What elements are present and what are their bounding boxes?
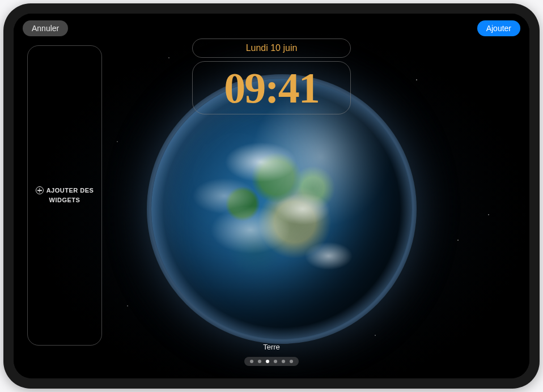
date-label: Lundi 10 juin (246, 43, 298, 53)
page-dot (258, 360, 261, 363)
page-indicator[interactable] (244, 357, 299, 366)
page-dot (274, 360, 277, 363)
page-dot (290, 360, 293, 363)
add-widgets-label-line2: WIDGETS (49, 197, 80, 204)
add-widgets-label-line1: AJOUTER DES (46, 187, 94, 194)
page-dot (282, 360, 285, 363)
plus-circle-icon (36, 186, 44, 194)
add-widgets-prompt: AJOUTER DES WIDGETS (36, 186, 94, 204)
side-widget-panel[interactable]: AJOUTER DES WIDGETS (27, 45, 102, 346)
page-dot-active (266, 360, 269, 363)
cancel-button[interactable]: Annuler (23, 20, 68, 36)
ipad-device-frame: Annuler Ajouter Lundi 10 juin 09:41 AJOU… (3, 3, 540, 389)
wallpaper-name-label: Terre (263, 343, 280, 351)
page-dot (250, 360, 253, 363)
add-button[interactable]: Ajouter (477, 20, 520, 36)
time-widget-slot[interactable]: 09:41 (192, 61, 351, 114)
lock-screen-editor: Annuler Ajouter Lundi 10 juin 09:41 AJOU… (14, 14, 529, 378)
time-label: 09:41 (224, 66, 319, 109)
date-widget-slot[interactable]: Lundi 10 juin (192, 39, 351, 58)
earth-globe-image (151, 79, 412, 339)
top-action-bar: Annuler Ajouter (14, 20, 529, 36)
